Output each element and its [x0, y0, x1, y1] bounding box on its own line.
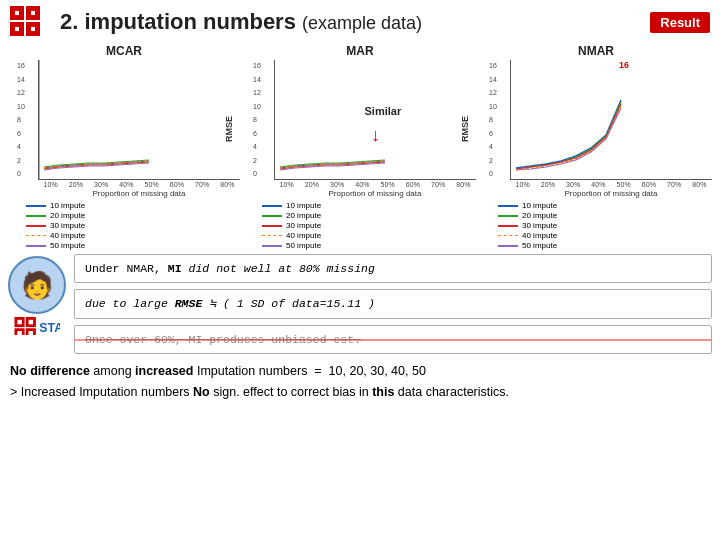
- legend-item-30impute: 30 impute: [26, 221, 240, 230]
- svg-rect-6: [15, 27, 19, 31]
- ytick: 10: [17, 103, 25, 110]
- legend-line-50: [26, 245, 46, 247]
- legend-line-40: [26, 235, 46, 237]
- chart-mar-xlabel: Proportion of missing data: [274, 189, 476, 198]
- legend-nmar-40impute: 40 impute: [498, 231, 712, 240]
- page-title: 2. imputation numbers (example data): [60, 9, 650, 35]
- legend-nmar-50impute: 50 impute: [498, 241, 712, 250]
- legend-mcar: 10 impute 20 impute 30 impute 40 impute …: [8, 201, 240, 250]
- legend-mar: 10 impute 20 impute 30 impute 40 impute …: [244, 201, 476, 250]
- chart-mar-title: MAR: [346, 44, 373, 58]
- legend-nmar-line-30: [498, 225, 518, 227]
- legend-mar-line-10: [262, 205, 282, 207]
- mascot-avatar: 🧑: [8, 256, 66, 314]
- chart-mcar: MCAR RMSE 0 2 4 6: [8, 44, 240, 198]
- legend-nmar-10impute: 10 impute: [498, 201, 712, 210]
- legend-nmar-30impute: 30 impute: [498, 221, 712, 230]
- legend-line-30: [26, 225, 46, 227]
- legend-mar-30impute: 30 impute: [262, 221, 476, 230]
- chart-mcar-svg: [39, 60, 240, 179]
- ytick: 14: [17, 76, 25, 83]
- legend-line-10: [26, 205, 46, 207]
- bottom-line-1: No difference among increased Imputation…: [10, 361, 710, 381]
- legend-nmar-line-20: [498, 215, 518, 217]
- chart-mar-svg: [275, 60, 476, 179]
- chart-mar-ylabel: RMSE: [224, 116, 234, 142]
- svg-text:16: 16: [619, 60, 629, 70]
- chart-nmar-ylabel: RMSE: [460, 116, 470, 142]
- legend-nmar-line-50: [498, 245, 518, 247]
- legend-line-20: [26, 215, 46, 217]
- chart-nmar-area: 16 0 2 4 6 8 10 12 14 16: [510, 60, 712, 180]
- ytick: 4: [17, 143, 25, 150]
- legend-mar-line-50: [262, 245, 282, 247]
- text-mascot-section: 🧑 STATA Under NMAR, MI did not well at 8…: [0, 250, 720, 357]
- svg-rect-15: [29, 320, 34, 325]
- legend-nmar: 10 impute 20 impute 30 impute 40 impute …: [480, 201, 712, 250]
- legend-item-40impute: 40 impute: [26, 231, 240, 240]
- chart-mar-area: Similar ↓ 0 2 4 6 8 10 12 14 16: [274, 60, 476, 180]
- strikethrough-line: [75, 339, 711, 341]
- chart-nmar-xlabel: Proportion of missing data: [510, 189, 712, 198]
- chart-mcar-title: MCAR: [106, 44, 142, 58]
- legend-row: 10 impute 20 impute 30 impute 40 impute …: [0, 201, 720, 250]
- text-boxes: Under NMAR, MI did not well at 80% missi…: [74, 254, 712, 357]
- svg-text:STATA: STATA: [39, 321, 60, 335]
- legend-mar-10impute: 10 impute: [262, 201, 476, 210]
- svg-rect-17: [29, 331, 34, 335]
- legend-mar-50impute: 50 impute: [262, 241, 476, 250]
- legend-item-50impute: 50 impute: [26, 241, 240, 250]
- mascot-block: 🧑 STATA: [8, 256, 66, 339]
- ytick: 16: [17, 62, 25, 69]
- legend-item-20impute: 20 impute: [26, 211, 240, 220]
- svg-rect-14: [17, 320, 22, 325]
- result-badge: Result: [650, 12, 710, 33]
- svg-rect-7: [31, 27, 35, 31]
- legend-mar-line-40: [262, 235, 282, 237]
- similar-arrow: ↓: [371, 125, 380, 146]
- bottom-line-2: > Increased Imputation numbers No sign. …: [10, 382, 710, 402]
- text-box-2: due to large RMSE ≒ ( 1 SD of data=15.11…: [74, 289, 712, 318]
- chart-mcar-xlabel: Proportion of missing data: [38, 189, 240, 198]
- legend-mar-line-20: [262, 215, 282, 217]
- legend-nmar-line-40: [498, 235, 518, 237]
- chart-mcar-xticks: 10%20%30%40%50%60%70%80%: [38, 181, 240, 188]
- ytick: 2: [17, 157, 25, 164]
- nmar-text: did not well at 80% missing: [189, 262, 375, 275]
- chart-mar-xticks: 10%20%30%40%50%60%70%80%: [274, 181, 476, 188]
- stata-logo-bottom: STATA: [14, 317, 60, 339]
- bottom-section: No difference among increased Imputation…: [0, 357, 720, 402]
- chart-mcar-area: 0 2 4 6 8 10 12 14 16: [38, 60, 240, 180]
- stata-logo: [10, 6, 50, 38]
- legend-nmar-20impute: 20 impute: [498, 211, 712, 220]
- mi-bold: MI: [168, 262, 182, 275]
- chart-nmar-xticks: 10%20%30%40%50%60%70%80%: [510, 181, 712, 188]
- legend-item-10impute: 10 impute: [26, 201, 240, 210]
- chart-nmar-svg: 16: [511, 60, 712, 179]
- ytick: 12: [17, 89, 25, 96]
- legend-nmar-line-10: [498, 205, 518, 207]
- similar-label: Similar: [364, 105, 401, 117]
- svg-rect-4: [15, 11, 19, 15]
- chart-nmar-title: NMAR: [578, 44, 614, 58]
- chart-mar: MAR RMSE Similar ↓ 0 2 4 6: [244, 44, 476, 198]
- legend-mar-20impute: 20 impute: [262, 211, 476, 220]
- charts-row: MCAR RMSE 0 2 4 6: [0, 42, 720, 198]
- legend-mar-line-30: [262, 225, 282, 227]
- ytick: 0: [17, 170, 25, 177]
- chart-nmar: NMAR RMSE 16 0 2 4: [480, 44, 712, 198]
- text-box-1: Under NMAR, MI did not well at 80% missi…: [74, 254, 712, 283]
- svg-rect-5: [31, 11, 35, 15]
- legend-mar-40impute: 40 impute: [262, 231, 476, 240]
- svg-rect-16: [17, 331, 22, 335]
- text-box-3: Once over 60%, MI produces unbiased est.: [74, 325, 712, 354]
- ytick: 6: [17, 130, 25, 137]
- rmse-bold: RMSE: [175, 297, 203, 310]
- header: 2. imputation numbers (example data) Res…: [0, 0, 720, 42]
- ytick: 8: [17, 116, 25, 123]
